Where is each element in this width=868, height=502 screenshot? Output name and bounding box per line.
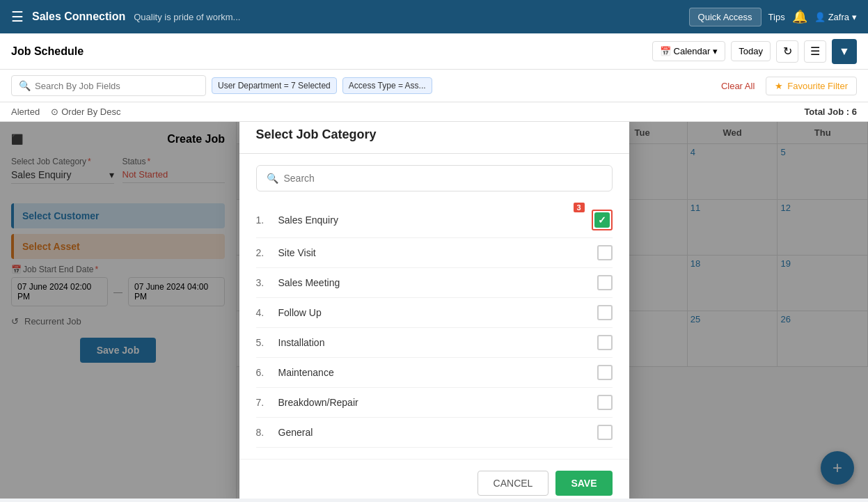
refresh-icon: ↻: [783, 45, 792, 58]
user-menu[interactable]: 👤 Zafra ▾: [814, 12, 857, 22]
page-title: Job Schedule: [11, 45, 644, 58]
brand-name: Sales Connection: [32, 10, 125, 23]
search-wrap: 🔍: [11, 75, 206, 96]
item-name-5: Installation: [278, 337, 597, 348]
menu-icon[interactable]: ☰: [11, 8, 24, 25]
sub-nav: Job Schedule 📅 Calendar ▾ Today ↻ ☰ ▼: [0, 33, 868, 70]
tagline: Quality is pride of workm...: [134, 12, 680, 22]
item-name-2: Site Visit: [278, 247, 597, 258]
modal-search-input[interactable]: [284, 173, 602, 184]
item-num-7: 7.: [256, 397, 270, 408]
filter-bar: 🔍 User Department = 7 Selected Access Ty…: [0, 70, 868, 102]
modal-search-icon: 🔍: [267, 173, 278, 184]
filter-tag-access[interactable]: Access Type = Ass...: [342, 77, 432, 94]
fav-filter-label: Favourite Filter: [787, 81, 848, 91]
top-nav-right: Quick Access Tips 🔔 👤 Zafra ▾: [689, 8, 857, 26]
category-item-5: 5. Installation: [256, 328, 613, 358]
sub-nav-right: 📅 Calendar ▾ Today ↻ ☰ ▼: [652, 39, 857, 64]
checkbox-1[interactable]: [594, 212, 610, 228]
alerted-label: Alerted: [11, 107, 40, 117]
favourite-filter-button[interactable]: ★ Favourite Filter: [766, 77, 857, 95]
search-icon: 🔍: [19, 80, 31, 91]
item-name-7: Breakdown/Repair: [278, 397, 597, 408]
checkbox-7[interactable]: [597, 395, 613, 410]
status-bar: Alerted ⊙ Order By Desc Total Job : 6: [0, 102, 868, 122]
item-num-4: 4.: [256, 307, 270, 318]
item-name-6: Maintenance: [278, 367, 597, 378]
notification-icon[interactable]: 🔔: [792, 9, 807, 24]
modal-footer: CANCEL SAVE: [239, 459, 629, 499]
item-name-8: General: [278, 427, 597, 438]
category-item-2: 2. Site Visit: [256, 238, 613, 268]
clear-all-button[interactable]: Clear All: [721, 81, 755, 91]
checkbox-3[interactable]: [597, 275, 613, 290]
order-icon: ⊙: [51, 107, 58, 117]
modal-search-wrap: 🔍: [256, 165, 613, 191]
modal-title: Select Job Category: [256, 127, 613, 142]
item-num-1: 1.: [256, 214, 270, 226]
checkbox-2[interactable]: [597, 245, 613, 260]
category-item-3: 3. Sales Meeting: [256, 268, 613, 298]
checkbox-8[interactable]: [597, 425, 613, 440]
item-num-6: 6.: [256, 367, 270, 378]
list-icon: ☰: [810, 45, 820, 58]
checkbox-6[interactable]: [597, 365, 613, 380]
calendar-chevron-icon: ▾: [713, 46, 718, 56]
badge-3: 3: [574, 203, 585, 212]
filter-icon: ▼: [839, 45, 850, 58]
user-name: Zafra: [828, 12, 849, 22]
job-category-modal: Select Job Category 🔍 1. Sales Enquiry 3: [239, 122, 629, 499]
item-num-5: 5.: [256, 337, 270, 348]
calendar-icon: 📅: [660, 46, 671, 56]
cancel-button[interactable]: CANCEL: [478, 471, 549, 496]
save-button[interactable]: SAVE: [555, 471, 612, 496]
modal-header: Select Job Category: [239, 122, 629, 154]
modal-body: 🔍 1. Sales Enquiry 3: [239, 154, 629, 459]
item-num-2: 2.: [256, 247, 270, 258]
refresh-button[interactable]: ↻: [776, 40, 798, 63]
search-input[interactable]: [35, 81, 198, 91]
filter-tag-department[interactable]: User Department = 7 Selected: [212, 77, 337, 94]
calendar-label: Calendar: [674, 46, 711, 56]
today-button[interactable]: Today: [731, 41, 771, 61]
category-item-7: 7. Breakdown/Repair: [256, 388, 613, 418]
item-num-8: 8.: [256, 427, 270, 438]
list-view-button[interactable]: ☰: [804, 40, 826, 63]
item-name-3: Sales Meeting: [278, 277, 597, 288]
chevron-down-icon: ▾: [852, 12, 857, 22]
top-nav: ☰ Sales Connection Quality is pride of w…: [0, 0, 868, 33]
category-item-4: 4. Follow Up: [256, 298, 613, 328]
quick-access-button[interactable]: Quick Access: [689, 8, 762, 26]
main-content: ⬛ Create Job Select Job Category * Sales…: [0, 122, 868, 499]
total-job-count: Total Job : 6: [804, 107, 857, 117]
tips-button[interactable]: Tips: [768, 12, 785, 22]
category-item-6: 6. Maintenance: [256, 358, 613, 388]
category-item-1: 1. Sales Enquiry 3: [256, 203, 613, 238]
checkbox-highlight-border: [592, 210, 613, 230]
calendar-button[interactable]: 📅 Calendar ▾: [652, 41, 726, 61]
modal-overlay: Select Job Category 🔍 1. Sales Enquiry 3: [0, 122, 868, 499]
item-name-1: Sales Enquiry: [278, 214, 592, 226]
filter-button[interactable]: ▼: [832, 39, 857, 64]
item-name-4: Follow Up: [278, 307, 597, 318]
user-avatar-icon: 👤: [814, 12, 826, 22]
order-by-label: Order By Desc: [61, 107, 120, 117]
item-num-3: 3.: [256, 277, 270, 288]
star-icon: ★: [775, 81, 783, 91]
category-item-8: 8. General: [256, 418, 613, 448]
checkbox-5[interactable]: [597, 335, 613, 350]
checkbox-highlight-wrap: 3: [592, 210, 613, 230]
checkbox-4[interactable]: [597, 305, 613, 320]
order-by-control[interactable]: ⊙ Order By Desc: [51, 107, 120, 117]
